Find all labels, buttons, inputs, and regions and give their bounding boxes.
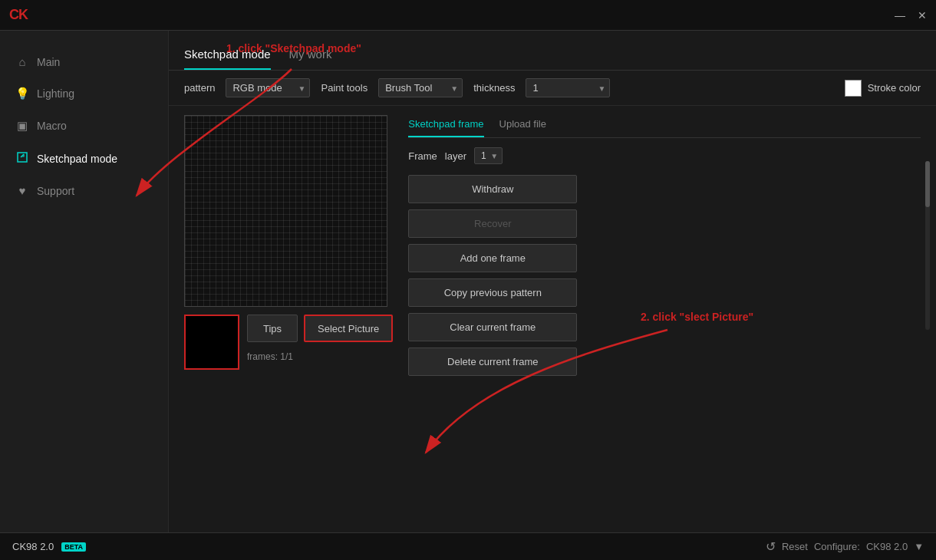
sidebar-item-macro[interactable]: ▣ Macro — [0, 110, 168, 142]
bottom-controls: Tips Select Picture frames: 1/1 — [184, 315, 393, 370]
right-scrollbar-thumb — [925, 161, 930, 207]
thickness-label: thickness — [473, 82, 515, 94]
button-row: Tips Select Picture — [247, 315, 393, 342]
sidebar-item-main[interactable]: ⌂ Main — [0, 46, 168, 77]
lighting-icon: 💡 — [15, 87, 29, 100]
paint-tools-select-wrapper: Brush Tool ▼ — [378, 78, 463, 97]
copy-previous-button[interactable]: Copy previous pattern — [408, 278, 577, 307]
configure-label: Configure: — [814, 541, 860, 552]
left-panel: Tips Select Picture frames: 1/1 — [184, 115, 393, 523]
close-button[interactable]: ✕ — [918, 9, 927, 21]
stroke-color-label: Stroke color — [868, 82, 921, 94]
configure-arrow-icon: ▼ — [914, 541, 924, 552]
paint-tools-label: Paint tools — [321, 82, 367, 94]
layer-label: layer — [445, 150, 466, 162]
statusbar-app-name: CK98 2.0 — [12, 541, 54, 552]
macro-icon: ▣ — [15, 119, 29, 133]
canvas-grid — [185, 116, 387, 306]
add-one-frame-button[interactable]: Add one frame — [408, 244, 577, 272]
pattern-select[interactable]: RGB mode — [226, 78, 310, 97]
clear-frame-button[interactable]: Clear current frame — [408, 313, 577, 341]
sketchpad-canvas[interactable] — [184, 115, 387, 307]
tab-sketchpad-frame[interactable]: Sketchpad frame — [408, 115, 483, 137]
delete-frame-button[interactable]: Delete current frame — [408, 348, 577, 376]
configure-value: CK98 2.0 — [866, 541, 908, 552]
statusbar-right: ↺ Reset Configure: CK98 2.0 ▼ — [766, 539, 924, 554]
sidebar-item-label: Sketchpad mode — [37, 153, 117, 165]
right-tabs: Sketchpad frame Upload file — [408, 115, 921, 138]
right-panel: Sketchpad frame Upload file Frame layer … — [408, 115, 921, 523]
stroke-color-box: Stroke color — [845, 80, 921, 97]
pattern-select-wrapper: RGB mode ▼ — [226, 78, 310, 97]
action-buttons: Withdraw Recover Add one frame Copy prev… — [408, 175, 577, 376]
sidebar-item-label: Lighting — [37, 87, 74, 100]
support-icon: ♥ — [15, 184, 29, 197]
sidebar-item-lighting[interactable]: 💡 Lighting — [0, 77, 168, 110]
sketchpad-icon — [15, 151, 29, 166]
frame-label: Frame — [408, 150, 437, 162]
layer-select-wrapper: 1 2 ▼ — [474, 147, 503, 164]
recover-button[interactable]: Recover — [408, 209, 577, 238]
app-logo: CK — [9, 7, 28, 23]
tab-sketchpad-mode[interactable]: Sketchpad mode — [184, 43, 271, 70]
thickness-select-wrapper: 1 2 3 ▼ — [526, 78, 610, 97]
toolbar: pattern RGB mode ▼ Paint tools Brush Too… — [169, 71, 936, 106]
sidebar-item-label: Support — [37, 185, 74, 197]
reset-button[interactable]: Reset — [782, 541, 808, 552]
thickness-select[interactable]: 1 2 3 — [526, 78, 610, 97]
select-picture-button[interactable]: Select Picture — [304, 315, 393, 342]
statusbar-left: CK98 2.0 BETA — [12, 541, 86, 552]
canvas-area: Tips Select Picture frames: 1/1 Sketchpa… — [169, 106, 936, 532]
svg-rect-0 — [18, 153, 27, 162]
sidebar-item-sketchpad[interactable]: Sketchpad mode — [0, 142, 168, 175]
tab-my-work[interactable]: My work — [289, 43, 332, 70]
main-content: Sketchpad mode My work pattern RGB mode … — [169, 31, 936, 532]
sidebar-item-label: Main — [37, 56, 60, 68]
frames-info: frames: 1/1 — [247, 351, 393, 362]
color-swatch[interactable] — [845, 80, 862, 97]
refresh-icon: ↺ — [766, 539, 776, 554]
minimize-button[interactable]: — — [895, 9, 905, 21]
preview-swatch — [184, 315, 239, 370]
tips-button[interactable]: Tips — [247, 315, 298, 342]
layer-select[interactable]: 1 2 — [474, 147, 503, 164]
tabs-bar: Sketchpad mode My work — [169, 31, 936, 71]
paint-tools-select[interactable]: Brush Tool — [378, 78, 463, 97]
withdraw-button[interactable]: Withdraw — [408, 175, 577, 203]
sidebar-item-label: Macro — [37, 120, 67, 132]
titlebar: CK — ✕ — [0, 0, 936, 31]
statusbar: CK98 2.0 BETA ↺ Reset Configure: CK98 2.… — [0, 532, 936, 560]
app-body: ⌂ Main 💡 Lighting ▣ Macro Sketchpad mode… — [0, 31, 936, 532]
button-group: Tips Select Picture frames: 1/1 — [247, 315, 393, 362]
tab-upload-file[interactable]: Upload file — [499, 115, 546, 137]
pattern-label: pattern — [184, 82, 215, 94]
frame-row: Frame layer 1 2 ▼ — [408, 147, 921, 164]
sidebar: ⌂ Main 💡 Lighting ▣ Macro Sketchpad mode… — [0, 31, 169, 532]
statusbar-badge: BETA — [61, 542, 86, 552]
right-scrollbar[interactable] — [925, 161, 930, 330]
titlebar-controls: — ✕ — [895, 9, 927, 21]
sidebar-item-support[interactable]: ♥ Support — [0, 175, 168, 206]
home-icon: ⌂ — [15, 55, 29, 68]
